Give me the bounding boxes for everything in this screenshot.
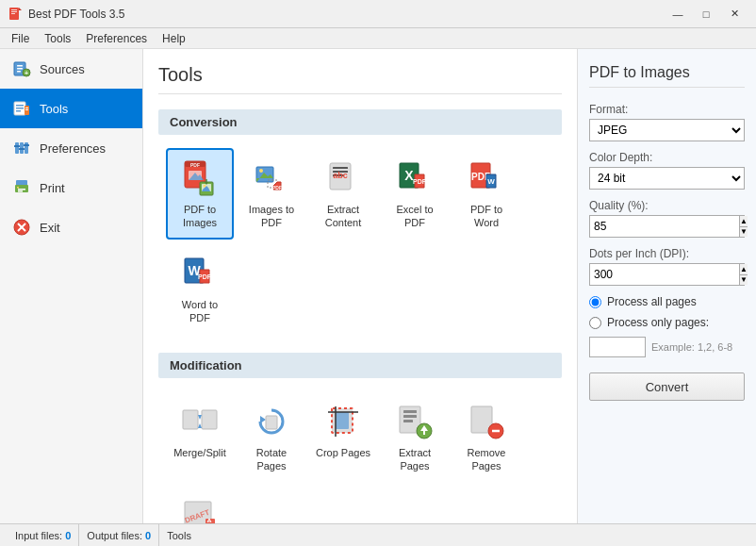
tool-remove-pages[interactable]: Remove Pages	[452, 391, 520, 483]
svg-rect-26	[18, 189, 25, 190]
tool-pdf-to-images[interactable]: PDF PDF to Images	[166, 148, 234, 240]
svg-point-45	[259, 169, 263, 173]
conversion-tools-grid: PDF PDF to Images	[158, 144, 562, 338]
svg-rect-71	[336, 412, 349, 429]
svg-rect-8	[17, 71, 21, 73]
svg-marker-68	[260, 416, 266, 423]
titlebar: Best PDF Tools 3.5 — □ ✕	[0, 0, 756, 28]
menubar: File Tools Preferences Help	[0, 28, 756, 49]
output-files-label: Output files:	[87, 530, 142, 541]
tool-crop-pages[interactable]: Crop Pages	[309, 391, 377, 483]
tool-watermark[interactable]: DRAFT Watermark	[166, 487, 234, 523]
exit-icon	[11, 217, 32, 238]
process-only-label[interactable]: Process only pages:	[607, 316, 709, 329]
pdf-to-images-icon: PDF	[179, 157, 221, 199]
minimize-button[interactable]: —	[664, 5, 692, 24]
menu-help[interactable]: Help	[155, 30, 193, 47]
extract-pages-icon	[394, 401, 436, 442]
sidebar-item-sources[interactable]: + Sources	[0, 49, 142, 89]
svg-rect-21	[19, 148, 25, 150]
svg-rect-18	[15, 142, 19, 154]
color-depth-select[interactable]: 8 bit 16 bit 24 bit 32 bit	[589, 167, 745, 190]
tool-extract-content[interactable]: abc Extract Content	[309, 148, 377, 240]
crop-pages-icon	[322, 401, 364, 442]
svg-rect-2	[11, 11, 17, 12]
pages-input[interactable]	[589, 337, 646, 357]
svg-rect-13	[16, 108, 24, 109]
pages-example: Example: 1,2, 6-8	[651, 337, 732, 357]
tool-crop-pages-label: Crop Pages	[316, 446, 370, 459]
tool-word-to-pdf-label: Word to PDF	[172, 298, 228, 325]
process-all-label[interactable]: Process all pages	[607, 295, 697, 308]
input-files-count: 0	[65, 530, 71, 541]
quality-increment[interactable]: ▲	[740, 216, 748, 226]
menu-file[interactable]: File	[4, 30, 37, 47]
process-all-radio[interactable]	[589, 296, 601, 308]
svg-text:W: W	[487, 177, 495, 186]
tool-rotate-pages[interactable]: Rotate Pages	[238, 391, 305, 483]
tool-pdf-to-word[interactable]: PDF W PDF to Word	[452, 148, 520, 240]
color-depth-field: Color Depth: 8 bit 16 bit 24 bit 32 bit	[589, 151, 745, 190]
tool-excel-to-pdf-label: Excel to PDF	[386, 203, 443, 230]
sidebar-item-tools[interactable]: Tools	[0, 89, 142, 128]
tool-excel-to-pdf[interactable]: X PDF Excel to PDF	[381, 148, 449, 240]
dpi-label: Dots per Inch (DPI):	[589, 247, 745, 260]
svg-rect-14	[16, 110, 21, 112]
svg-rect-80	[423, 429, 425, 435]
print-icon	[11, 177, 32, 198]
quality-spinner: ▲ ▼	[589, 215, 745, 238]
dpi-decrement[interactable]: ▼	[740, 274, 748, 286]
tool-remove-pages-label: Remove Pages	[458, 446, 515, 473]
dpi-increment[interactable]: ▲	[740, 264, 748, 274]
svg-text:PDF: PDF	[272, 185, 282, 190]
sources-icon: +	[11, 58, 32, 79]
tool-images-to-pdf[interactable]: PDF Images to PDF	[238, 148, 305, 240]
tool-merge-split[interactable]: Merge/Split	[166, 391, 234, 483]
menu-tools[interactable]: Tools	[37, 30, 78, 47]
svg-rect-12	[16, 105, 24, 107]
menu-preferences[interactable]: Preferences	[78, 30, 155, 47]
maximize-button[interactable]: □	[692, 5, 720, 24]
sidebar: + Sources Tools	[0, 49, 143, 523]
sidebar-item-print[interactable]: Print	[0, 168, 142, 207]
convert-button[interactable]: Convert	[589, 372, 745, 401]
svg-rect-76	[403, 415, 417, 418]
images-to-pdf-icon: PDF	[251, 157, 292, 199]
extract-content-icon: abc	[322, 157, 364, 199]
quality-input[interactable]	[590, 216, 739, 237]
svg-rect-28	[17, 187, 19, 189]
svg-text:PDF: PDF	[413, 178, 427, 185]
panel-title: PDF to Images	[589, 64, 745, 88]
sidebar-item-preferences[interactable]: Preferences	[0, 128, 142, 168]
merge-split-icon	[179, 401, 221, 442]
color-depth-label: Color Depth:	[589, 151, 745, 164]
section-label: Tools	[167, 530, 191, 541]
svg-rect-66	[183, 410, 198, 429]
process-only-row: Process only pages:	[589, 316, 745, 329]
quality-field: Quality (%): ▲ ▼	[589, 199, 745, 238]
tools-icon	[11, 98, 32, 119]
section-conversion-header: Conversion	[158, 109, 562, 135]
sidebar-item-exit[interactable]: Exit	[0, 207, 142, 247]
tool-extract-pages[interactable]: Extract Pages	[381, 391, 449, 483]
close-button[interactable]: ✕	[720, 5, 748, 24]
window-controls: — □ ✕	[664, 5, 748, 24]
format-select[interactable]: JPEG PNG BMP TIFF GIF	[589, 119, 745, 141]
process-only-radio[interactable]	[589, 317, 601, 329]
pdf-to-word-icon: PDF W	[466, 157, 507, 199]
right-panel: PDF to Images Format: JPEG PNG BMP TIFF …	[577, 49, 756, 523]
quality-label: Quality (%):	[589, 199, 745, 212]
svg-rect-17	[25, 109, 28, 110]
remove-pages-icon	[466, 401, 507, 442]
sidebar-label-print: Print	[40, 181, 65, 195]
excel-to-pdf-icon: X PDF	[394, 157, 436, 199]
output-files-status: Output files: 0	[79, 524, 159, 546]
watermark-icon: DRAFT	[179, 496, 221, 523]
svg-rect-27	[18, 190, 23, 192]
quality-decrement[interactable]: ▼	[740, 226, 748, 238]
content-area: Tools Conversion PDF	[143, 49, 577, 523]
dpi-input[interactable]	[590, 264, 739, 285]
tool-extract-content-label: Extract Content	[315, 203, 371, 230]
tool-word-to-pdf[interactable]: W PDF Word to PDF	[166, 243, 234, 335]
svg-rect-22	[25, 142, 28, 154]
